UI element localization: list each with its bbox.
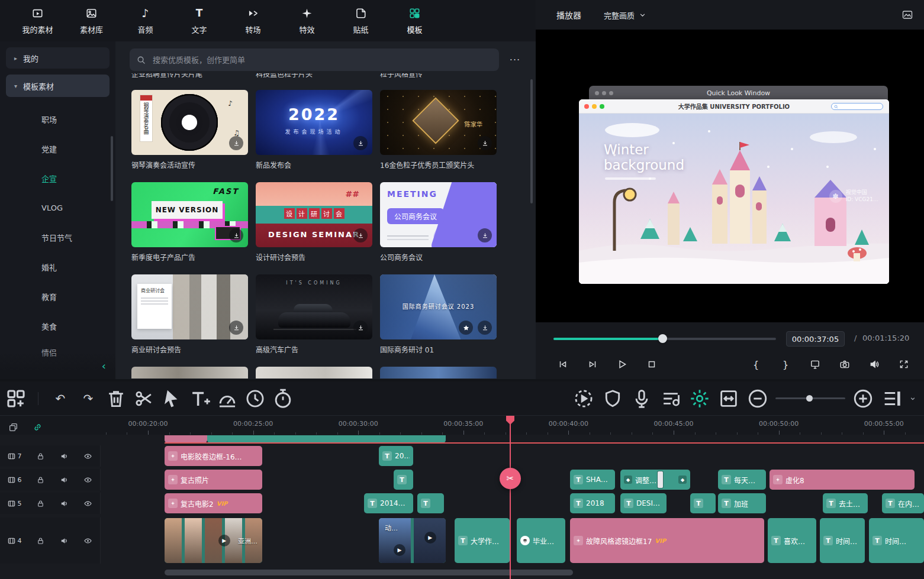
mark-out-button[interactable]: }: [775, 354, 796, 375]
mark-in-button[interactable]: {: [745, 354, 767, 375]
tab-effect[interactable]: 特效: [280, 0, 334, 41]
sidebar-scrollbar[interactable]: [111, 136, 113, 201]
timeline-clip[interactable]: 电影胶卷边框-16…: [165, 446, 262, 466]
hide-track-button[interactable]: [76, 499, 99, 508]
timeline-clip[interactable]: T在内…: [882, 493, 924, 513]
link-icon[interactable]: [33, 422, 43, 432]
play-button[interactable]: [611, 354, 633, 375]
add-text-button[interactable]: [188, 387, 211, 410]
delete-button[interactable]: [105, 387, 127, 410]
download-button[interactable]: [229, 228, 243, 242]
zoom-out-button[interactable]: [746, 387, 769, 410]
track-manager-button[interactable]: [5, 387, 27, 410]
timeline-clip[interactable]: T加班: [718, 493, 766, 513]
timeline-horizontal-scrollbar[interactable]: [165, 570, 573, 575]
tab-audio[interactable]: ♪音频: [118, 0, 172, 41]
lock-track-button[interactable]: [28, 536, 52, 545]
timeline-clip[interactable]: T: [394, 470, 413, 490]
more-options-button[interactable]: ···: [505, 54, 525, 66]
next-frame-button[interactable]: [582, 354, 603, 375]
timeline-clip[interactable]: T时间…: [869, 518, 924, 563]
split-button[interactable]: [133, 387, 155, 410]
tab-my-media[interactable]: 我的素材: [11, 0, 65, 41]
mute-track-button[interactable]: [52, 476, 76, 484]
previous-frame-button[interactable]: [552, 354, 574, 375]
lock-track-button[interactable]: [28, 452, 52, 461]
download-button[interactable]: [478, 136, 492, 150]
overlap-icon[interactable]: [8, 422, 18, 432]
scopes-icon[interactable]: [902, 9, 913, 21]
collapse-sidebar-button[interactable]: ‹: [102, 360, 106, 372]
track-view-caret[interactable]: [910, 396, 916, 402]
sidebar-item-企宣[interactable]: 企宣: [0, 163, 115, 193]
lock-track-button[interactable]: [28, 476, 52, 484]
timeline-clip[interactable]: T2018: [570, 493, 615, 513]
timeline-clip[interactable]: 复古照片: [165, 470, 262, 490]
duration-button[interactable]: [272, 387, 294, 410]
keyframe-handle[interactable]: [658, 471, 663, 488]
timeline-clip[interactable]: TDESI…: [620, 493, 667, 513]
undo-button[interactable]: ↶: [49, 387, 72, 410]
audio-adjust-button[interactable]: [216, 387, 239, 410]
template-card[interactable]: IT'S COMING高级汽车广告: [256, 274, 372, 354]
audio-mixer-button[interactable]: [659, 387, 682, 410]
download-button[interactable]: [478, 228, 492, 242]
tab-text[interactable]: T文字: [172, 0, 226, 41]
timeline-clip[interactable]: T: [417, 493, 444, 513]
timeline-clip[interactable]: 虚化8: [770, 470, 915, 490]
timeline-clip[interactable]: T2014…: [364, 493, 413, 513]
template-card[interactable]: MEETING公司商务会议公司商务会议: [380, 182, 497, 262]
snapshot-button[interactable]: [834, 354, 855, 375]
mute-track-button[interactable]: [52, 452, 76, 461]
sidebar-item-党建[interactable]: 党建: [0, 134, 115, 163]
content-scrollbar[interactable]: [530, 79, 533, 203]
template-card-partial[interactable]: [380, 367, 497, 379]
render-preview-button[interactable]: [572, 387, 595, 410]
download-button[interactable]: [229, 321, 243, 335]
search-box[interactable]: [130, 48, 499, 71]
hide-track-button[interactable]: [76, 476, 99, 484]
quality-selector[interactable]: 完整画质: [604, 9, 646, 21]
sidebar-item-美食[interactable]: 美食: [0, 311, 115, 341]
template-card[interactable]: ##设计研讨会DESIGN SEMINAR设计研讨会预告: [256, 182, 372, 262]
sidebar-item-婚礼[interactable]: 婚礼: [0, 252, 115, 282]
sidebar-group-my[interactable]: ▸ 我的: [6, 47, 110, 69]
timeline-clip[interactable]: T每天…: [718, 470, 766, 490]
mute-track-button[interactable]: [52, 536, 76, 545]
mask-button[interactable]: [601, 387, 624, 410]
timeline-clip[interactable]: ▶▶动…: [379, 518, 446, 563]
mirror-screen-button[interactable]: [804, 354, 826, 375]
template-card-partial[interactable]: [131, 367, 248, 379]
timeline-clip[interactable]: T喜欢…: [768, 518, 816, 563]
sidebar-item-职场[interactable]: 职场: [0, 104, 115, 134]
volume-button[interactable]: [864, 354, 885, 375]
fullscreen-button[interactable]: [893, 354, 915, 375]
template-card[interactable]: 2022发布会现场活动新品发布会: [256, 90, 372, 170]
zoom-slider[interactable]: [775, 397, 845, 399]
tab-template[interactable]: 模板: [388, 0, 442, 41]
sidebar-item-VLOG[interactable]: VLOG: [0, 193, 115, 222]
favorite-button[interactable]: [459, 321, 473, 335]
redo-button[interactable]: ↷: [77, 387, 99, 410]
voiceover-button[interactable]: [630, 387, 653, 410]
timeline-clip[interactable]: T去土…: [823, 493, 868, 513]
hide-track-button[interactable]: [76, 536, 99, 545]
template-card[interactable]: NEW VERSIONFAST新季度电子产品广告: [131, 182, 248, 262]
playhead-line[interactable]: [510, 416, 511, 579]
download-button[interactable]: [353, 228, 368, 242]
zoom-in-button[interactable]: [852, 387, 874, 410]
select-button[interactable]: [160, 387, 183, 410]
template-card[interactable]: 商业研讨会商业研讨会预告: [131, 274, 248, 354]
tab-transition[interactable]: 转场: [226, 0, 280, 41]
timeline-clip[interactable]: T: [690, 493, 716, 513]
mute-track-button[interactable]: [52, 499, 76, 508]
timeline-clip[interactable]: T20…: [379, 446, 413, 466]
sidebar-group-templates[interactable]: ▾ 模板素材: [6, 75, 110, 97]
download-button[interactable]: [478, 321, 492, 335]
zoom-slider-handle[interactable]: [806, 395, 813, 402]
timeline-clip[interactable]: 复古电影2VIP: [165, 493, 262, 513]
crop-button[interactable]: [717, 387, 740, 410]
timeline-clip[interactable]: TSHA…: [570, 470, 615, 490]
template-card[interactable]: 钢琴演奏名曲♪♫钢琴演奏会活动宣传: [131, 90, 248, 170]
timeline-clip[interactable]: ◆调整…◆: [620, 470, 690, 490]
